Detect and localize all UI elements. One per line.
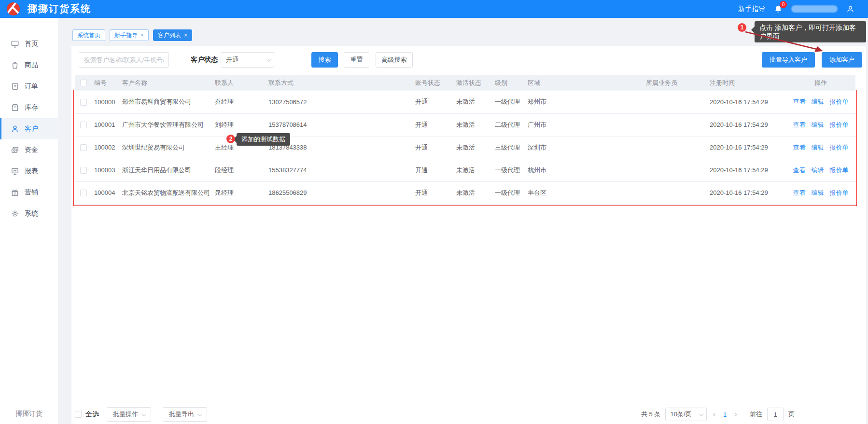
cell-id: 100003: [92, 159, 120, 181]
action-edit-link[interactable]: 编辑: [812, 166, 824, 174]
sidebar-item-label: 系统: [25, 209, 38, 218]
action-quote-link[interactable]: 报价单: [830, 189, 849, 196]
user-avatar-icon[interactable]: [846, 5, 854, 14]
action-view-link[interactable]: 查看: [793, 121, 806, 128]
sidebar-item-marketing[interactable]: 营销: [0, 182, 58, 203]
row-checkbox[interactable]: [80, 144, 87, 151]
status-select-value: 开通: [226, 55, 238, 64]
prev-page-icon[interactable]: ‹: [712, 410, 716, 419]
close-icon[interactable]: ×: [140, 32, 144, 38]
column-header-name: 客户名称: [120, 75, 212, 91]
action-view-link[interactable]: 查看: [793, 98, 806, 105]
sidebar: 首页商品订单库存客户资金报表营销系统 挪挪订货: [0, 18, 58, 424]
sidebar-item-label: 报表: [25, 167, 38, 176]
order-icon: [11, 82, 19, 91]
row-checkbox[interactable]: [80, 167, 87, 174]
action-view-link[interactable]: 查看: [793, 144, 806, 151]
tab-beginner-guide[interactable]: 新手指导×: [110, 29, 149, 41]
customer-table: 编号客户名称联系人联系方式账号状态激活状态级别区域所属业务员注册时间操作 100…: [75, 75, 855, 205]
cell-activation: 未激活: [454, 181, 492, 204]
row-checkbox[interactable]: [80, 190, 87, 196]
cell-contact: 乔经理: [212, 91, 266, 113]
page-size-value: 10条/页: [670, 410, 691, 419]
cell-contact: 段经理: [212, 159, 266, 181]
row-checkbox[interactable]: [80, 99, 87, 106]
next-page-icon[interactable]: ›: [733, 410, 738, 419]
column-header-phone: 联系方式: [266, 75, 413, 91]
action-quote-link[interactable]: 报价单: [830, 166, 849, 174]
sidebar-brand: 挪挪订货: [0, 410, 58, 418]
app-window: 挪挪订货系统 新手指导 0 首页商品订单库存客户资金报表营销系统 挪挪订货 系统…: [0, 0, 868, 424]
batch-controls: 全选 批量操作 批量导出: [75, 407, 215, 422]
action-quote-link[interactable]: 报价单: [830, 121, 849, 128]
pagination: 共 5 条 10条/页 ‹ 1 › 前往 页: [641, 407, 795, 422]
search-button[interactable]: 搜索: [311, 52, 338, 68]
goto-page-input[interactable]: [767, 408, 784, 421]
sidebar-item-home[interactable]: 首页: [0, 33, 58, 55]
column-header-level: 级别: [492, 75, 525, 91]
marketing-icon: [11, 188, 19, 197]
sidebar-item-inventory[interactable]: 库存: [0, 97, 58, 118]
action-edit-link[interactable]: 编辑: [812, 144, 824, 151]
sidebar-item-reports[interactable]: 报表: [0, 161, 58, 182]
guide-step1-tooltip: 点击 添加客户，即可打开添加客户界面: [755, 21, 866, 42]
cell-id: 100002: [92, 136, 120, 159]
sidebar-item-funds[interactable]: 资金: [0, 139, 58, 161]
app-logo-icon: [7, 2, 20, 15]
cell-region: 杭州市: [525, 159, 644, 181]
sidebar-item-system[interactable]: 系统: [0, 203, 58, 224]
sidebar-item-orders[interactable]: 订单: [0, 76, 58, 97]
batch-export-button[interactable]: 批量导出: [163, 407, 207, 422]
action-quote-link[interactable]: 报价单: [830, 144, 849, 151]
tab-system-home[interactable]: 系统首页: [72, 29, 105, 41]
tab-customer-list[interactable]: 客户列表×: [153, 29, 192, 41]
cell-region: 广州市: [525, 113, 644, 136]
current-page[interactable]: 1: [721, 411, 728, 418]
notification-bell-icon[interactable]: 0: [774, 4, 783, 14]
chevron-down-icon: [699, 411, 704, 416]
action-view-link[interactable]: 查看: [793, 166, 806, 174]
cell-reg_time: 2020-10-16 17:54:29: [707, 91, 786, 113]
action-edit-link[interactable]: 编辑: [812, 121, 824, 128]
cell-reg_time: 2020-10-16 17:54:29: [707, 181, 786, 204]
batch-import-button[interactable]: 批量导入客户: [762, 52, 815, 68]
advanced-search-button[interactable]: 高级搜索: [376, 52, 413, 68]
sidebar-item-label: 营销: [25, 188, 38, 197]
column-header-salesman: 所属业务员: [644, 75, 707, 91]
cell-id: 100004: [92, 181, 120, 204]
goto-label: 前往: [750, 410, 762, 419]
table-row: 100000郑州市易科商贸有限公司乔经理13027506572开通未激活一级代理…: [75, 91, 855, 113]
action-view-link[interactable]: 查看: [793, 189, 806, 196]
chevron-down-icon: [266, 57, 271, 62]
cell-contact: 刘经理: [212, 113, 266, 136]
sidebar-item-label: 订单: [25, 82, 38, 91]
add-customer-button[interactable]: 添加客户: [822, 52, 862, 68]
action-quote-link[interactable]: 报价单: [830, 98, 849, 105]
cell-id: 100001: [92, 113, 120, 136]
cell-account_status: 开通: [413, 113, 454, 136]
beginner-guide-link[interactable]: 新手指导: [738, 5, 765, 14]
customer-icon: [11, 124, 19, 133]
page-size-select[interactable]: 10条/页: [665, 408, 707, 421]
select-all-header-checkbox[interactable]: [80, 80, 87, 86]
status-select[interactable]: 开通: [221, 52, 274, 68]
select-all-checkbox[interactable]: [75, 411, 82, 418]
action-edit-link[interactable]: 编辑: [812, 189, 824, 196]
cell-name: 浙江天华日用品有限公司: [120, 159, 212, 181]
table-row: 100004北京天铭农贸物流配送有限公司晁经理18625506829开通未激活一…: [75, 181, 855, 204]
inventory-icon: [11, 103, 19, 112]
reset-button[interactable]: 重置: [344, 52, 369, 68]
close-icon[interactable]: ×: [184, 32, 187, 38]
customer-table-wrap: 编号客户名称联系人联系方式账号状态激活状态级别区域所属业务员注册时间操作 100…: [75, 75, 855, 205]
search-input[interactable]: [79, 52, 169, 68]
column-header-activation: 激活状态: [454, 75, 492, 91]
row-checkbox[interactable]: [80, 122, 87, 128]
tab-label: 新手指导: [114, 31, 138, 40]
cell-name: 北京天铭农贸物流配送有限公司: [120, 181, 212, 204]
sidebar-item-goods[interactable]: 商品: [0, 55, 58, 76]
content-panel: 客户状态 开通 搜索 重置 高级搜索 批量导入客户 添加客户 编号客户名称联系人…: [71, 46, 866, 424]
cell-phone: 18625506829: [266, 181, 413, 204]
action-edit-link[interactable]: 编辑: [812, 98, 824, 105]
sidebar-item-customers[interactable]: 客户: [0, 118, 58, 139]
batch-action-button[interactable]: 批量操作: [107, 407, 151, 422]
